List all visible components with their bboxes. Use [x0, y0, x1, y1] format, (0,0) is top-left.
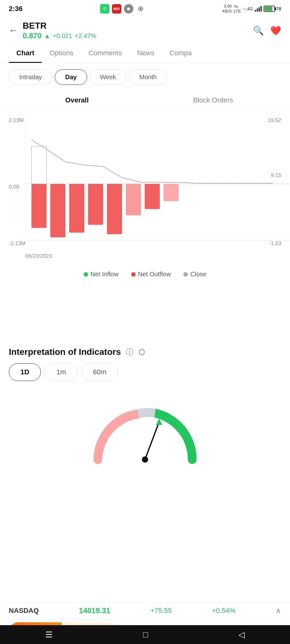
status-icons: ✆ MiR ☻ ⊕: [100, 4, 145, 14]
spacer: [0, 284, 290, 334]
svg-point-14: [142, 456, 148, 463]
tab-chart[interactable]: Chart: [9, 43, 42, 63]
sub-tab-block-orders[interactable]: Block Orders: [145, 91, 281, 109]
ind-btn-1m[interactable]: 1m: [45, 363, 78, 381]
main-tabs: Chart Options Comments News Compa: [0, 43, 290, 63]
info-icon[interactable]: ⓘ: [126, 347, 133, 357]
svg-rect-5: [107, 184, 122, 234]
legend-label-outflow: Net Outflow: [138, 271, 171, 278]
sub-tab-overall[interactable]: Overall: [9, 91, 145, 109]
ind-btn-1d[interactable]: 1D: [9, 363, 41, 381]
gauge-container: [92, 403, 198, 466]
sub-tabs: Overall Block Orders: [0, 91, 290, 110]
ind-btn-60m[interactable]: 60m: [81, 363, 118, 381]
lte-icon: YoLTE: [234, 4, 241, 14]
svg-rect-4: [88, 184, 103, 225]
header-left: ← BETR 0.870 ▲ +0.021 +2.47%: [9, 21, 96, 40]
svg-rect-3: [69, 184, 84, 233]
battery: 78: [264, 6, 281, 12]
nasdaq-value: 14019.31: [79, 606, 110, 615]
system-nav: ☰ □ ◁: [0, 625, 290, 644]
chart-date: 08/23/2023: [25, 253, 52, 259]
stock-price-row: 0.870 ▲ +0.021 +2.47%: [23, 31, 96, 40]
gauge-svg: [92, 403, 198, 466]
interpretation-title: Interpretation of Indicators: [9, 347, 121, 357]
app-icon-red: MiR: [112, 4, 121, 14]
svg-rect-1: [31, 184, 47, 228]
tab-compare[interactable]: Compa: [162, 43, 199, 63]
whatsapp-icon: ✆: [100, 4, 109, 14]
menu-nav-button[interactable]: ☰: [45, 630, 53, 640]
time-filters: Intraday Day Week Month: [0, 63, 290, 91]
time-btn-month[interactable]: Month: [129, 69, 167, 85]
y-label-mid-left: 0.00: [9, 184, 19, 190]
back-button[interactable]: ←: [9, 25, 18, 36]
chart-legend: Net Inflow Net Outflow Close: [0, 264, 290, 284]
interpretation-share-icon[interactable]: ⬡: [138, 348, 145, 356]
svg-rect-9: [31, 146, 47, 184]
svg-rect-7: [145, 184, 160, 209]
price-change-pct: +2.47%: [75, 32, 96, 40]
price-arrow-icon: ▲: [44, 32, 50, 40]
nasdaq-change: +75.55: [150, 607, 172, 615]
legend-label-close: Close: [190, 271, 206, 278]
battery-level: 78: [276, 6, 281, 11]
chevron-up-icon[interactable]: ∧: [276, 606, 281, 615]
chart-area: 2.13M 0.00 -2.13M 19.52 9.15 -1.23: [0, 110, 290, 264]
svg-rect-2: [50, 184, 65, 237]
nasdaq-label: NASDAQ: [9, 607, 39, 615]
interpretation-header: Interpretation of Indicators ⓘ ⬡: [0, 334, 290, 363]
time-btn-week[interactable]: Week: [90, 69, 126, 85]
status-time: 2:36: [9, 5, 23, 13]
stock-price: 0.870: [23, 31, 42, 40]
legend-dot-inflow: [84, 272, 88, 277]
y-label-top-left: 2.13M: [9, 117, 24, 124]
tab-options[interactable]: Options: [42, 43, 81, 63]
header-right: 🔍 ❤️: [253, 25, 281, 36]
gauge-area: [0, 387, 290, 475]
back-nav-button[interactable]: ◁: [238, 630, 245, 640]
svg-line-13: [145, 422, 159, 460]
legend-dot-outflow: [131, 272, 136, 277]
status-right: 3.00KB/S YoLTE ↑↓4G 78: [222, 4, 281, 14]
stock-info: BETR 0.870 ▲ +0.021 +2.47%: [23, 21, 96, 40]
header: ← BETR 0.870 ▲ +0.021 +2.47% 🔍 ❤️: [0, 18, 290, 43]
nasdaq-pct: +0.54%: [212, 607, 235, 615]
legend-net-inflow: Net Inflow: [84, 271, 119, 278]
nasdaq-bar: NASDAQ 14019.31 +75.55 +0.54% ∧: [0, 602, 290, 619]
tab-comments[interactable]: Comments: [81, 43, 129, 63]
game-icon: ☻: [124, 4, 133, 14]
search-button[interactable]: 🔍: [253, 25, 264, 36]
time-btn-intraday[interactable]: Intraday: [9, 69, 52, 85]
chart-container: 2.13M 0.00 -2.13M 19.52 9.15 -1.23: [6, 115, 284, 259]
legend-label-inflow: Net Inflow: [91, 271, 119, 278]
stock-symbol: BETR: [23, 21, 96, 31]
signal-bars: [255, 6, 262, 12]
y-label-bot-left: -2.13M: [9, 240, 25, 247]
chrome-icon: ⊕: [136, 4, 145, 14]
indicator-filters: 1D 1m 60m: [0, 363, 290, 387]
spacer-bottom: [0, 475, 290, 538]
legend-dot-close: [183, 272, 188, 277]
legend-net-outflow: Net Outflow: [131, 271, 171, 278]
chart-svg: [25, 115, 290, 253]
time-btn-day[interactable]: Day: [55, 69, 87, 85]
svg-rect-6: [126, 184, 141, 215]
svg-rect-8: [164, 184, 179, 201]
home-nav-button[interactable]: □: [143, 630, 148, 640]
net-speed: 3.00KB/S: [222, 4, 232, 14]
favorite-button[interactable]: ❤️: [270, 25, 281, 36]
tab-news[interactable]: News: [130, 43, 162, 63]
price-change: +0.021: [53, 32, 72, 40]
status-bar: 2:36 ✆ MiR ☻ ⊕ 3.00KB/S YoLTE ↑↓4G 78: [0, 0, 290, 18]
legend-close: Close: [183, 271, 206, 278]
signal-icon: ↑↓4G: [243, 6, 253, 11]
